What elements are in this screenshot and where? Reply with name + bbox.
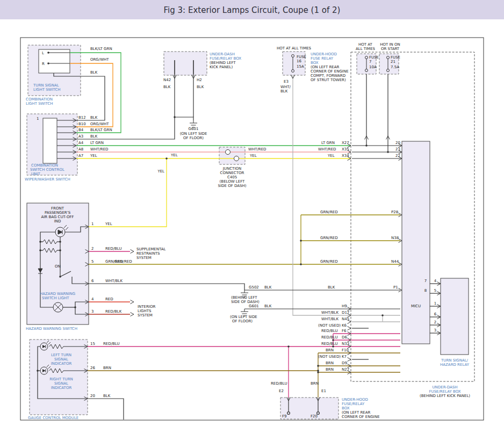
component-name-label: IND — [54, 219, 61, 223]
wire-color-label: ORG/WHT — [90, 57, 109, 62]
wire-color-label: BLK — [264, 304, 272, 308]
system-ref-label: RESTRAINTS — [136, 251, 160, 256]
pin-number-label: 20 — [90, 394, 95, 398]
wire-color-label: WHT/BLK — [321, 311, 339, 315]
component-name-label: SWITCH CONTROL — [30, 168, 64, 172]
under-dash-fuse-box-top — [164, 52, 207, 75]
location-note: (ON LEFT REAR — [311, 65, 340, 69]
ground-label: G502 — [249, 285, 259, 290]
terminal-label: L — [42, 51, 44, 55]
ground-label: G601 — [249, 304, 259, 308]
switch-position-label: ON — [55, 264, 61, 269]
component-name-label: FUSE/RELAY — [342, 402, 365, 406]
system-ref-label: LIGHTS — [138, 309, 152, 313]
wire-color-label: BLK — [197, 85, 204, 89]
connector-id-label: C405 — [227, 175, 237, 179]
location-note: OF FLOOR) — [232, 319, 253, 323]
fuse-amp-label: 15A — [297, 64, 304, 69]
power-source-label: ALL TIMES — [356, 47, 376, 51]
pin-id-label: F6 — [342, 329, 347, 333]
pin-id-label: A8 — [78, 147, 83, 151]
pin-id-label: N27 — [342, 367, 349, 372]
wire-color-label: BRN — [326, 348, 334, 352]
component-name-label: PASSENGER'S — [45, 211, 71, 215]
pin-id-label: N38 — [391, 236, 399, 240]
component-name-label: UNDER-DASH — [210, 52, 235, 56]
component-name-label: UNIT — [31, 172, 40, 176]
component-name-label: SWITCH LIGHT — [42, 296, 69, 300]
component-name-label: BOX — [311, 61, 319, 65]
component-name-label: BOX — [342, 406, 350, 410]
wire-color-label: WHT/RED — [318, 147, 336, 151]
wire-color-label: LT GRN — [90, 141, 104, 145]
wire-color-label: BLK — [90, 116, 98, 120]
junction-connector-box — [219, 147, 245, 164]
component-name-label: FUSE/RELAY BOX — [210, 56, 241, 61]
pin-number-label: 20 — [395, 141, 400, 145]
wire-color-label: RED/BLU — [321, 342, 338, 346]
location-note: (ON LEFT REAR — [342, 410, 371, 415]
connector-id-label: X34 — [342, 154, 349, 158]
wire-color-label: RED/BLU — [103, 342, 120, 346]
power-source-label: HOT IN ON — [380, 42, 400, 47]
pin-id-label: N45 — [342, 317, 349, 321]
wire-color-label: LT GRN — [321, 141, 335, 145]
turn-signal-hazard-relay-box — [441, 278, 469, 355]
location-note: COMPT, FORWARD — [311, 74, 345, 78]
wire-color-label: BRN — [103, 366, 111, 370]
connector-id-label: N42 — [163, 78, 171, 82]
system-ref-label: INTERIOR — [138, 305, 155, 309]
wire-color-label: RED — [105, 297, 113, 301]
wire-color-label: GRN/RED — [320, 259, 338, 264]
wire-color-label: YEL — [249, 154, 257, 158]
component-name-label: SIGNAL — [54, 357, 68, 362]
wire-color-label: GRN/RED — [320, 236, 338, 240]
wire-color-label: ORG/WHT — [90, 122, 109, 126]
pin-id-label: B10 — [78, 122, 86, 126]
location-note: SIDE OF DASH) — [218, 184, 247, 188]
component-name-label: CONNECTOR — [220, 171, 244, 175]
pin-number-label: 22 — [395, 154, 400, 158]
pin-number-label: 1 — [37, 117, 39, 121]
component-name-label: AIR BAG CUT-OFF — [41, 215, 74, 219]
wire-color-label: YEL — [327, 154, 335, 158]
pin-number-label: 6 — [434, 312, 437, 316]
wire-color-label: (NOT USED) — [318, 323, 341, 328]
wire-color-label: WHT/BLK — [321, 317, 339, 321]
connector-id-label: E3 — [284, 80, 289, 84]
component-name-label: FUSE RELAY — [311, 56, 334, 61]
location-note: (BEHIND LEFT — [210, 61, 236, 65]
pin-id-label: P28 — [391, 210, 398, 214]
wire-color-label: BRN — [326, 367, 334, 372]
wire-color-label: BLK — [280, 89, 288, 93]
pin-id-label: D6 — [342, 335, 347, 340]
wire-color-label: BLK — [163, 85, 171, 89]
pin-number-label: 8 — [424, 288, 427, 293]
component-name-label: GAUGE CONTROL MODULE — [28, 416, 78, 420]
pin-id-label: N44 — [391, 259, 399, 264]
pin-id-label: D17 — [342, 311, 349, 315]
component-name-label: TURN SIGNAL — [33, 83, 59, 88]
component-name-label: FUSE/RELAY BOX — [429, 389, 460, 394]
fuse-label: FUSE — [297, 55, 306, 59]
pin-number-label: 3 — [91, 309, 93, 314]
pin-number-label: 5 — [91, 259, 93, 264]
pin-number-label: 2 — [434, 320, 436, 324]
system-ref-label: SYSTEM — [136, 256, 152, 260]
terminal-label: R — [42, 62, 45, 66]
pin-id-label: K6 — [342, 323, 347, 328]
pin-number-label: 5 — [434, 288, 436, 293]
location-note: (BEHIND LEFT — [231, 295, 257, 300]
pin-id-label: N33 — [342, 342, 349, 346]
pin-number-label: 23 — [395, 147, 400, 151]
pin-id-label: B12 — [78, 116, 86, 120]
wire-color-label: BRN — [311, 381, 319, 386]
wire-color-label: YEL — [90, 154, 97, 158]
wire-color-label: WHT/RED — [248, 147, 267, 151]
component-name-label: HAZARD WARNING — [40, 292, 75, 296]
connector-id-label: X27 — [342, 141, 349, 145]
location-note: KICK PANEL) — [210, 65, 233, 69]
location-note: (BELOW LEFT — [220, 179, 245, 184]
fuse-number-label: 7 — [369, 60, 371, 64]
connector-id-label: H2 — [197, 78, 202, 82]
